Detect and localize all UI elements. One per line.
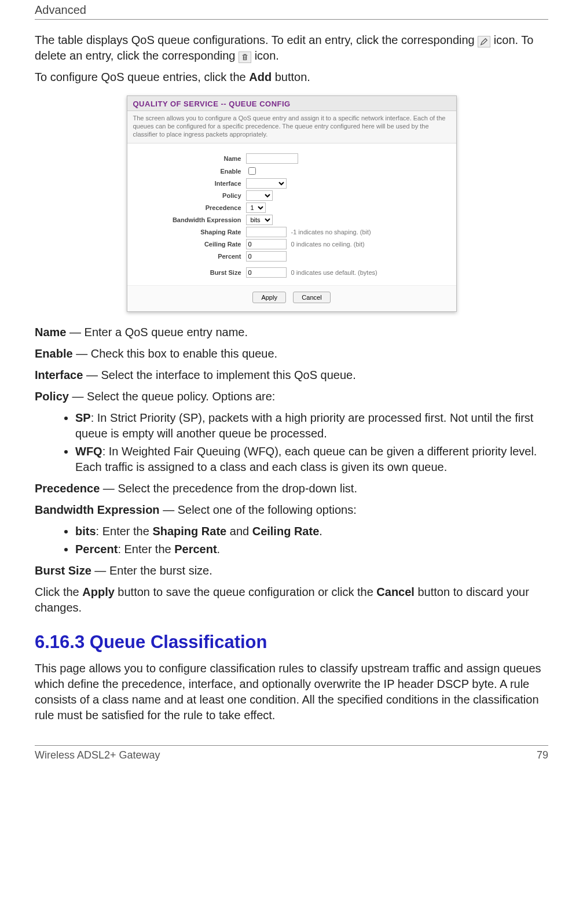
hint-ceiling: 0 indicates no ceiling. (bit) <box>291 241 365 248</box>
def-bandwidth-expression: Bandwidth Expression — Select one of the… <box>35 502 548 518</box>
def-precedence: Precedence — Select the precedence from … <box>35 481 548 496</box>
edit-icon <box>478 36 490 47</box>
bandwidth-options: bits: Enter the Shaping Rate and Ceiling… <box>35 524 548 557</box>
def-burst-size: Burst Size — Enter the burst size. <box>35 563 548 579</box>
ceiling-rate-input[interactable] <box>246 239 287 249</box>
intro-2b: button. <box>272 71 310 83</box>
intro-line-1: The table displays QoS queue configurati… <box>35 32 548 64</box>
list-item: bits: Enter the Shaping Rate and Ceiling… <box>75 524 548 539</box>
burst-size-input[interactable] <box>246 267 287 278</box>
trash-icon <box>239 51 251 63</box>
shaping-rate-input[interactable] <box>246 227 287 237</box>
policy-select[interactable] <box>246 190 273 201</box>
hint-shaping: -1 indicates no shaping. (bit) <box>291 229 371 235</box>
enable-checkbox[interactable] <box>248 167 256 175</box>
header-section: Advanced <box>35 3 86 16</box>
running-header: Advanced <box>35 0 548 20</box>
section-heading-queue-classification: 6.16.3 Queue Classification <box>35 632 548 653</box>
def-apply-cancel: Click the Apply button to save the queue… <box>35 584 548 616</box>
footer-page-number: 79 <box>537 749 548 761</box>
intro-1c: icon. <box>255 49 279 62</box>
intro-2a: To configure QoS queue entries, click th… <box>35 71 249 83</box>
label-policy: Policy <box>133 192 246 199</box>
page-footer: Wireless ADSL2+ Gateway 79 <box>35 745 548 761</box>
def-interface: Interface — Select the interface to impl… <box>35 367 548 383</box>
hint-burst: 0 indicates use default. (bytes) <box>291 269 377 276</box>
def-enable: Enable — Check this box to enable this q… <box>35 346 548 362</box>
intro-line-2: To configure QoS queue entries, click th… <box>35 69 548 85</box>
percent-input[interactable] <box>246 251 287 262</box>
list-item: SP: In Strict Priority (SP), packets wit… <box>75 410 548 441</box>
label-interface: Interface <box>133 180 246 187</box>
def-policy: Policy — Select the queue policy. Option… <box>35 389 548 404</box>
label-ceiling-rate: Ceiling Rate <box>133 241 246 248</box>
name-input[interactable] <box>246 153 298 164</box>
footer-product: Wireless ADSL2+ Gateway <box>35 749 160 761</box>
panel-title: QUALITY OF SERVICE -- QUEUE CONFIG <box>127 96 456 111</box>
label-bandwidth-expression: Bandwidth Expression <box>133 216 246 223</box>
queue-config-screenshot: QUALITY OF SERVICE -- QUEUE CONFIG The s… <box>35 95 548 312</box>
label-burst-size: Burst Size <box>133 269 246 276</box>
list-item: Percent: Enter the Percent. <box>75 542 548 557</box>
list-item: WFQ: In Weighted Fair Queuing (WFQ), eac… <box>75 444 548 475</box>
label-precedence: Precedence <box>133 204 246 211</box>
panel-buttons: Apply Cancel <box>127 285 456 311</box>
intro-add: Add <box>249 71 272 83</box>
label-enable: Enable <box>133 168 246 175</box>
apply-button[interactable]: Apply <box>252 292 286 303</box>
panel-body: Name Enable Interface Policy Precedence <box>127 143 456 285</box>
cancel-button[interactable]: Cancel <box>293 292 330 303</box>
precedence-select[interactable]: 1 <box>246 203 266 213</box>
queue-classification-text: This page allows you to configure classi… <box>35 661 548 723</box>
label-percent: Percent <box>133 253 246 260</box>
intro-1a: The table displays QoS queue configurati… <box>35 34 478 46</box>
def-name: Name — Enter a QoS queue entry name. <box>35 325 548 340</box>
panel-description: The screen allows you to configure a QoS… <box>127 111 456 143</box>
interface-select[interactable] <box>246 178 287 189</box>
label-shaping-rate: Shaping Rate <box>133 229 246 235</box>
bandwidth-expression-select[interactable]: bits <box>246 215 273 225</box>
label-name: Name <box>133 155 246 162</box>
policy-options: SP: In Strict Priority (SP), packets wit… <box>35 410 548 475</box>
